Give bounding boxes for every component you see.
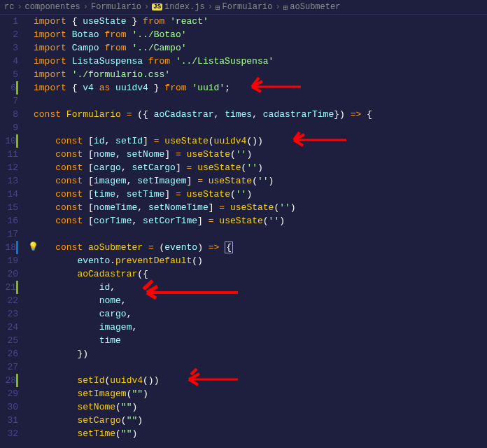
line-number: 23 [0, 307, 18, 321]
line-number: 16 [0, 214, 18, 227]
line-number: 27 [0, 360, 18, 374]
code-line[interactable]: const [nome, setNome] = useState('') [34, 148, 487, 161]
line-number: 1 [0, 15, 18, 28]
code-line[interactable]: setImagem("") [34, 387, 487, 400]
chevron-right-icon: › [83, 2, 88, 12]
code-line[interactable]: setId(uuidv4()) [34, 374, 487, 387]
line-number: 6 [0, 81, 18, 94]
line-number: 12 [0, 161, 18, 174]
line-number: 26 [0, 347, 18, 360]
code-line[interactable]: import './formulario.css' [34, 68, 487, 81]
variable-icon: ⊞ [216, 3, 220, 12]
breadcrumb-item[interactable]: componentes [25, 2, 80, 12]
code-line[interactable]: aoCadastrar({ [34, 267, 487, 281]
chevron-right-icon: › [17, 2, 22, 12]
line-number: 29 [0, 387, 18, 400]
code-line[interactable]: imagem, [34, 321, 487, 334]
line-number: 8 [0, 108, 18, 121]
line-number: 19 [0, 254, 18, 267]
line-number: 30 [0, 400, 18, 414]
line-number: 21 [0, 281, 18, 294]
line-number: 22 [0, 294, 18, 307]
breadcrumb-item-symbol[interactable]: ⊞Formulario [216, 2, 273, 12]
code-line[interactable]: const aoSubmeter = (evento) => { [34, 241, 487, 254]
code-line[interactable]: evento.preventDefault() [34, 254, 487, 267]
line-number: 7 [0, 94, 18, 108]
line-number: 4 [0, 55, 18, 68]
breadcrumb-item-file[interactable]: JSindex.js [152, 2, 204, 12]
line-number: 13 [0, 174, 18, 188]
breadcrumb-item[interactable]: rc [4, 2, 14, 12]
code-line[interactable]: const [id, setId] = useState(uuidv4()) [34, 134, 487, 148]
code-line[interactable] [34, 94, 487, 108]
code-line[interactable]: }) [34, 347, 487, 360]
line-number: 28 [0, 374, 18, 387]
line-number: 3 [0, 41, 18, 55]
code-line[interactable]: cargo, [34, 307, 487, 321]
code-line[interactable]: nome, [34, 294, 487, 307]
chevron-right-icon: › [208, 2, 213, 12]
code-line[interactable]: const [imagem, setImagem] = useState('') [34, 174, 487, 188]
code-line[interactable]: import ListaSuspensa from '../ListaSuspe… [34, 55, 487, 68]
breadcrumbs: rc › componentes › Formulario › JSindex.… [0, 0, 487, 15]
chevron-right-icon: › [276, 2, 281, 12]
line-number: 11 [0, 148, 18, 161]
code-line[interactable]: const [time, setTime] = useState('') [34, 188, 487, 201]
code-line[interactable]: const Formulario = ({ aoCadastrar, times… [34, 108, 487, 121]
breadcrumb-item[interactable]: Formulario [91, 2, 141, 12]
line-number: 2 [0, 28, 18, 41]
line-number: 5 [0, 68, 18, 81]
js-file-icon: JS [152, 4, 162, 10]
code-line[interactable]: setNome("") [34, 400, 487, 414]
line-number-gutter: 123456789101112131415161718💡192021222324… [0, 15, 28, 440]
code-line[interactable]: import Botao from '../Botao' [34, 28, 487, 41]
line-number: 31 [0, 414, 18, 427]
code-line[interactable] [34, 121, 487, 134]
code-line[interactable]: id, [34, 281, 487, 294]
code-line[interactable]: import { v4 as uuidv4 } from 'uuid'; [34, 81, 487, 94]
code-line[interactable]: setTime("") [34, 427, 487, 440]
code-line[interactable]: time [34, 334, 487, 347]
line-number: 9 [0, 121, 18, 134]
line-number: 25 [0, 334, 18, 347]
code-line[interactable]: setCargo("") [34, 414, 487, 427]
code-line[interactable] [34, 227, 487, 241]
lightbulb-icon[interactable]: 💡 [28, 241, 38, 254]
line-number: 32 [0, 427, 18, 440]
line-number: 17 [0, 227, 18, 241]
line-number: 24 [0, 321, 18, 334]
line-number: 20 [0, 267, 18, 281]
code-line[interactable]: const [cargo, setCargo] = useState('') [34, 161, 487, 174]
line-number: 14 [0, 188, 18, 201]
line-number: 18💡 [0, 241, 18, 254]
code-editor[interactable]: 123456789101112131415161718💡192021222324… [0, 15, 487, 440]
code-line[interactable]: import Campo from '../Campo' [34, 41, 487, 55]
line-number: 10 [0, 134, 18, 148]
chevron-right-icon: › [144, 2, 149, 12]
code-line[interactable]: import { useState } from 'react' [34, 15, 487, 28]
breadcrumb-item-symbol[interactable]: ⊞aoSubmeter [283, 2, 341, 12]
code-line[interactable]: const [nomeTime, setNomeTime] = useState… [34, 201, 487, 214]
code-line[interactable] [34, 360, 487, 374]
line-number: 15 [0, 201, 18, 214]
code-line[interactable]: const [corTime, setCorTime] = useState('… [34, 214, 487, 227]
variable-icon: ⊞ [283, 3, 288, 12]
code-content[interactable]: import { useState } from 'react'import B… [28, 15, 487, 440]
